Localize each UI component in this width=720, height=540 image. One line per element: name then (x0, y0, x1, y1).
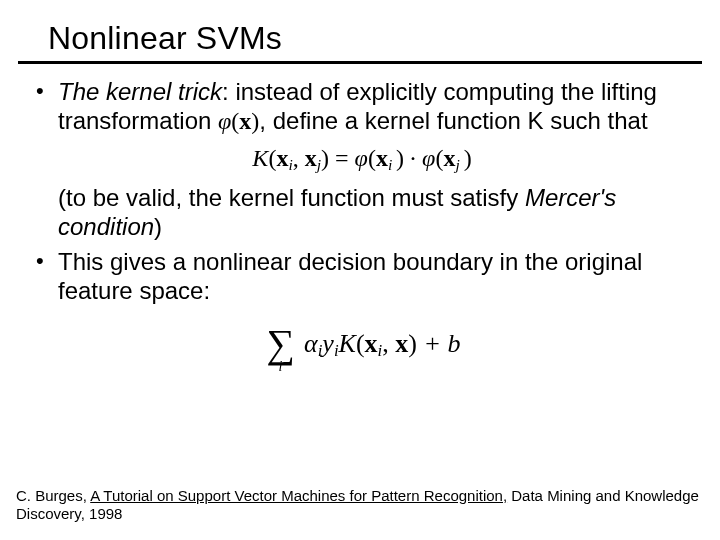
slide: Nonlinear SVMs The kernel trick: instead… (0, 0, 720, 540)
eq-phi1: φ (355, 145, 368, 171)
slide-title: Nonlinear SVMs (0, 0, 720, 61)
eq-phi1-open: ( (368, 145, 376, 171)
bullet-1: The kernel trick: instead of explicitly … (30, 78, 694, 136)
phi-symbol: φ (218, 108, 231, 134)
bullet-list-2: This gives a nonlinear decision boundary… (30, 248, 694, 306)
slide-body: The kernel trick: instead of explicitly … (0, 64, 720, 371)
eq-phi2-j: j (455, 155, 463, 172)
eq-close-eq: ) = (321, 145, 355, 171)
dec-open: ( (356, 329, 365, 358)
citation: C. Burges, A Tutorial on Support Vector … (16, 487, 704, 525)
dec-alpha: α (304, 329, 318, 358)
bullet-list: The kernel trick: instead of explicitly … (30, 78, 694, 136)
eq-phi2: φ (422, 145, 435, 171)
b1-text-b: , define a kernel function K such that (259, 107, 647, 134)
bullet-2: This gives a nonlinear decision boundary… (30, 248, 694, 306)
mercer-condition-note: (to be valid, the kernel function must s… (30, 184, 694, 242)
eq-K: K (252, 145, 268, 171)
phi-x: (x) (231, 108, 259, 134)
sigma-subscript: i (279, 359, 283, 376)
eq-phi1-x: x (376, 145, 388, 171)
cite-author: C. Burges, (16, 487, 90, 504)
dec-comma: , (382, 329, 395, 358)
dec-xi-x: x (365, 329, 378, 358)
kernel-trick-term: The kernel trick (58, 78, 222, 105)
kernel-equation: K(xi, xj) = φ(xi ) · φ(xj ) (30, 144, 694, 175)
eq-phi1-i: i (388, 155, 396, 172)
dec-K: K (339, 329, 356, 358)
dec-close: ) (408, 329, 417, 358)
cite-link[interactable]: A Tutorial on Support Vector Machines fo… (90, 487, 507, 504)
decision-equation: ∑ i αiyiK(xi, x) + b (30, 317, 694, 371)
dec-x2: x (395, 329, 408, 358)
eq-xj-x: x (305, 145, 317, 171)
eq-xi-x: x (276, 145, 288, 171)
dec-plus-b: + b (417, 329, 461, 358)
eq-dot: · (404, 145, 422, 171)
eq-phi1-close: ) (396, 145, 404, 171)
decision-eq-body: αiyiK(xi, x) + b (304, 328, 461, 362)
eq-comma: , (293, 145, 305, 171)
valid-c: ) (154, 213, 162, 240)
eq-phi2-close: ) (464, 145, 472, 171)
valid-a: (to be valid, the kernel function must s… (58, 184, 525, 211)
sigma-block: ∑ i (263, 317, 297, 371)
dec-y: y (322, 329, 334, 358)
eq-phi2-x: x (443, 145, 455, 171)
